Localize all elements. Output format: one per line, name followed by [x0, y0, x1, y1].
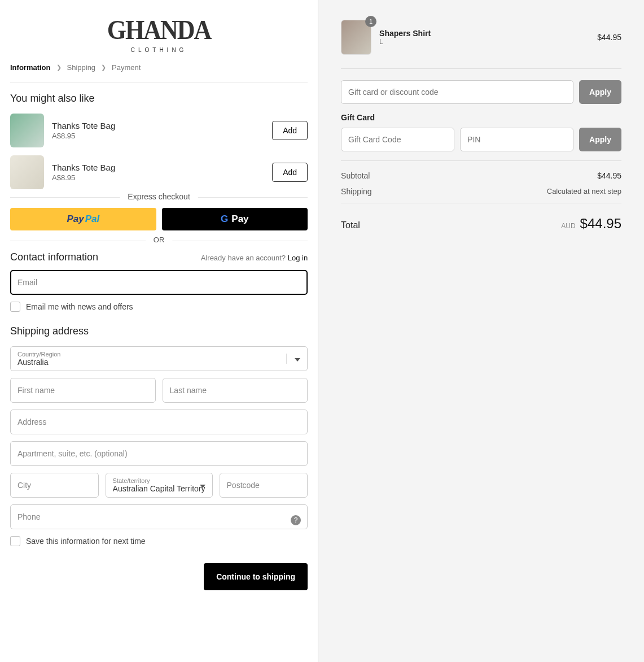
- brand-logo: GHANDA: [10, 14, 308, 46]
- crumb-information[interactable]: Information: [10, 63, 51, 72]
- add-button[interactable]: Add: [272, 163, 308, 182]
- chevron-down-icon: [286, 354, 300, 364]
- product-price: A$8.95: [52, 132, 264, 140]
- product-thumb: 1: [341, 20, 371, 55]
- apply-giftcard-button[interactable]: Apply: [579, 128, 621, 151]
- shipping-value: Calculated at next step: [547, 187, 621, 196]
- state-label: State/territory: [113, 477, 205, 484]
- last-name-field[interactable]: [163, 378, 308, 403]
- login-hint: Already have an account? Log in: [201, 254, 308, 262]
- upsell-item: Thanks Tote Bag A$8.95 Add: [10, 155, 308, 189]
- or-divider: OR: [146, 236, 173, 244]
- total-amount: $44.95: [580, 216, 621, 231]
- subtotal-label: Subtotal: [341, 171, 370, 180]
- product-thumb: [10, 114, 44, 147]
- city-field[interactable]: [10, 473, 99, 498]
- shipping-label: Shipping: [341, 187, 372, 196]
- product-name: Thanks Tote Bag: [52, 121, 264, 130]
- state-value: Australian Capital Territory: [113, 484, 205, 493]
- continue-button[interactable]: Continue to shipping: [204, 563, 308, 590]
- address-field[interactable]: [10, 410, 308, 434]
- subtotal-value: $44.95: [597, 171, 621, 180]
- apartment-field[interactable]: [10, 441, 308, 466]
- cart-item-price: $44.95: [597, 33, 621, 42]
- newsletter-checkbox[interactable]: Email me with news and offers: [10, 302, 308, 312]
- contact-heading: Contact information: [10, 251, 98, 263]
- crumb-payment[interactable]: Payment: [112, 63, 141, 72]
- total-currency: AUD: [561, 222, 575, 230]
- email-field[interactable]: [10, 270, 308, 295]
- product-thumb: [10, 155, 44, 189]
- shipping-heading: Shipping address: [10, 325, 308, 337]
- checkbox-icon: [10, 536, 20, 546]
- first-name-field[interactable]: [10, 378, 156, 403]
- breadcrumb: Information ❯ Shipping ❯ Payment: [10, 63, 308, 82]
- qty-badge: 1: [365, 16, 376, 27]
- gift-card-label: Gift Card: [341, 113, 621, 122]
- gift-card-code-field[interactable]: [341, 128, 454, 151]
- postcode-field[interactable]: [220, 473, 308, 498]
- country-label: Country/Region: [17, 351, 300, 358]
- cart-item-variant: L: [379, 38, 589, 46]
- brand-tagline: CLOTHING: [10, 47, 308, 53]
- phone-field[interactable]: [10, 504, 308, 529]
- paypal-button[interactable]: PayPal: [10, 208, 156, 230]
- product-price: A$8.95: [52, 173, 264, 182]
- gpay-button[interactable]: GPay: [162, 208, 308, 230]
- crumb-shipping[interactable]: Shipping: [67, 63, 96, 72]
- upsell-heading: You might also like: [10, 93, 308, 104]
- chevron-right-icon: ❯: [101, 64, 106, 71]
- country-select[interactable]: Country/Region Australia: [10, 346, 308, 371]
- save-info-checkbox[interactable]: Save this information for next time: [10, 536, 308, 546]
- express-label: Express checkout: [120, 192, 198, 201]
- upsell-item: Thanks Tote Bag A$8.95 Add: [10, 114, 308, 147]
- help-icon[interactable]: ?: [291, 515, 301, 525]
- login-link[interactable]: Log in: [288, 254, 308, 262]
- product-name: Thanks Tote Bag: [52, 163, 264, 172]
- total-label: Total: [341, 220, 360, 230]
- country-value: Australia: [17, 358, 300, 367]
- cart-line-item: 1 Shapers Shirt L $44.95: [341, 20, 621, 69]
- state-select[interactable]: State/territory Australian Capital Terri…: [106, 473, 213, 498]
- checkbox-icon: [10, 302, 20, 312]
- add-button[interactable]: Add: [272, 121, 308, 140]
- apply-discount-button[interactable]: Apply: [579, 80, 621, 104]
- chevron-down-icon: [200, 480, 205, 490]
- chevron-right-icon: ❯: [56, 64, 62, 71]
- gift-card-pin-field[interactable]: [460, 128, 573, 151]
- discount-code-field[interactable]: [341, 80, 573, 104]
- cart-item-name: Shapers Shirt: [379, 29, 589, 38]
